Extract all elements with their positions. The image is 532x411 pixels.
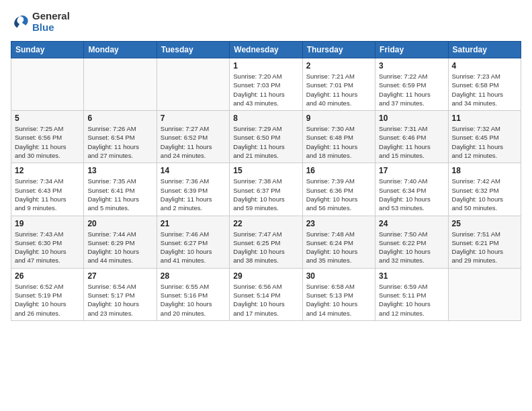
day-detail: Sunrise: 7:42 AM Sunset: 6:32 PM Dayligh… bbox=[452, 177, 517, 212]
day-detail: Sunrise: 7:36 AM Sunset: 6:39 PM Dayligh… bbox=[161, 177, 226, 212]
calendar-cell: 17Sunrise: 7:40 AM Sunset: 6:34 PM Dayli… bbox=[375, 163, 448, 216]
calendar-cell: 10Sunrise: 7:31 AM Sunset: 6:46 PM Dayli… bbox=[375, 111, 448, 163]
calendar-cell: 3Sunrise: 7:22 AM Sunset: 6:59 PM Daylig… bbox=[375, 58, 448, 111]
day-number: 5 bbox=[15, 113, 80, 123]
day-number: 14 bbox=[161, 166, 226, 175]
weekday-header: Thursday bbox=[302, 42, 375, 58]
day-number: 16 bbox=[306, 166, 371, 175]
day-number: 29 bbox=[233, 271, 298, 281]
calendar-week-row: 12Sunrise: 7:34 AM Sunset: 6:43 PM Dayli… bbox=[11, 163, 521, 216]
calendar-cell: 13Sunrise: 7:35 AM Sunset: 6:41 PM Dayli… bbox=[84, 163, 157, 216]
weekday-header-row: SundayMondayTuesdayWednesdayThursdayFrid… bbox=[11, 42, 521, 58]
day-number: 27 bbox=[87, 271, 152, 281]
day-number: 24 bbox=[379, 219, 444, 228]
calendar-cell: 19Sunrise: 7:43 AM Sunset: 6:30 PM Dayli… bbox=[11, 216, 84, 268]
calendar-week-row: 5Sunrise: 7:25 AM Sunset: 6:56 PM Daylig… bbox=[11, 111, 521, 163]
day-detail: Sunrise: 7:46 AM Sunset: 6:27 PM Dayligh… bbox=[161, 230, 226, 265]
calendar-cell: 9Sunrise: 7:30 AM Sunset: 6:48 PM Daylig… bbox=[302, 111, 375, 163]
calendar-cell: 4Sunrise: 7:23 AM Sunset: 6:58 PM Daylig… bbox=[448, 58, 521, 111]
day-detail: Sunrise: 7:51 AM Sunset: 6:21 PM Dayligh… bbox=[452, 230, 517, 265]
day-detail: Sunrise: 7:26 AM Sunset: 6:54 PM Dayligh… bbox=[87, 124, 152, 160]
day-number: 25 bbox=[452, 219, 517, 228]
calendar-cell: 28Sunrise: 6:55 AM Sunset: 5:16 PM Dayli… bbox=[157, 268, 229, 320]
day-number: 28 bbox=[161, 271, 226, 281]
calendar-cell: 22Sunrise: 7:47 AM Sunset: 6:25 PM Dayli… bbox=[230, 216, 302, 268]
day-detail: Sunrise: 6:59 AM Sunset: 5:11 PM Dayligh… bbox=[379, 282, 444, 318]
day-detail: Sunrise: 6:52 AM Sunset: 5:19 PM Dayligh… bbox=[15, 282, 80, 318]
day-number: 21 bbox=[161, 219, 226, 228]
weekday-header: Saturday bbox=[448, 42, 521, 58]
day-number: 4 bbox=[452, 61, 517, 71]
calendar-cell: 18Sunrise: 7:42 AM Sunset: 6:32 PM Dayli… bbox=[448, 163, 521, 216]
day-detail: Sunrise: 7:48 AM Sunset: 6:24 PM Dayligh… bbox=[306, 230, 371, 265]
weekday-header: Wednesday bbox=[230, 42, 302, 58]
day-detail: Sunrise: 7:40 AM Sunset: 6:34 PM Dayligh… bbox=[379, 177, 444, 212]
day-detail: Sunrise: 7:32 AM Sunset: 6:45 PM Dayligh… bbox=[452, 124, 517, 160]
day-number: 3 bbox=[379, 61, 444, 71]
calendar-cell: 27Sunrise: 6:54 AM Sunset: 5:17 PM Dayli… bbox=[84, 268, 157, 320]
day-number: 6 bbox=[87, 113, 152, 123]
day-detail: Sunrise: 7:50 AM Sunset: 6:22 PM Dayligh… bbox=[379, 230, 444, 265]
calendar-cell: 1Sunrise: 7:20 AM Sunset: 7:03 PM Daylig… bbox=[230, 58, 302, 111]
day-detail: Sunrise: 7:21 AM Sunset: 7:01 PM Dayligh… bbox=[306, 72, 371, 107]
calendar-cell bbox=[448, 268, 521, 320]
day-detail: Sunrise: 7:39 AM Sunset: 6:36 PM Dayligh… bbox=[306, 177, 371, 212]
calendar-week-row: 1Sunrise: 7:20 AM Sunset: 7:03 PM Daylig… bbox=[11, 58, 521, 111]
weekday-header: Friday bbox=[375, 42, 448, 58]
day-detail: Sunrise: 7:23 AM Sunset: 6:58 PM Dayligh… bbox=[452, 72, 517, 107]
day-number: 23 bbox=[306, 219, 371, 228]
day-detail: Sunrise: 7:38 AM Sunset: 6:37 PM Dayligh… bbox=[233, 177, 298, 212]
calendar-cell bbox=[84, 58, 157, 111]
day-detail: Sunrise: 7:47 AM Sunset: 6:25 PM Dayligh… bbox=[233, 230, 298, 265]
day-detail: Sunrise: 7:29 AM Sunset: 6:50 PM Dayligh… bbox=[233, 124, 298, 160]
day-detail: Sunrise: 7:30 AM Sunset: 6:48 PM Dayligh… bbox=[306, 124, 371, 160]
day-number: 2 bbox=[306, 61, 371, 71]
calendar-cell: 23Sunrise: 7:48 AM Sunset: 6:24 PM Dayli… bbox=[302, 216, 375, 268]
day-number: 11 bbox=[452, 113, 517, 123]
day-number: 8 bbox=[233, 113, 298, 123]
day-detail: Sunrise: 7:27 AM Sunset: 6:52 PM Dayligh… bbox=[161, 124, 226, 160]
calendar-cell: 2Sunrise: 7:21 AM Sunset: 7:01 PM Daylig… bbox=[302, 58, 375, 111]
calendar-table: SundayMondayTuesdayWednesdayThursdayFrid… bbox=[11, 41, 521, 321]
day-detail: Sunrise: 6:58 AM Sunset: 5:13 PM Dayligh… bbox=[306, 282, 371, 318]
logo-text: General Blue bbox=[32, 11, 70, 33]
day-number: 19 bbox=[15, 219, 80, 228]
day-number: 30 bbox=[306, 271, 371, 281]
calendar-cell: 30Sunrise: 6:58 AM Sunset: 5:13 PM Dayli… bbox=[302, 268, 375, 320]
day-number: 17 bbox=[379, 166, 444, 175]
page-header: General Blue bbox=[11, 11, 521, 33]
calendar-cell bbox=[11, 58, 84, 111]
calendar-cell: 11Sunrise: 7:32 AM Sunset: 6:45 PM Dayli… bbox=[448, 111, 521, 163]
weekday-header: Sunday bbox=[11, 42, 84, 58]
calendar-cell: 14Sunrise: 7:36 AM Sunset: 6:39 PM Dayli… bbox=[157, 163, 229, 216]
logo-icon bbox=[11, 13, 30, 32]
day-number: 10 bbox=[379, 113, 444, 123]
calendar-cell: 6Sunrise: 7:26 AM Sunset: 6:54 PM Daylig… bbox=[84, 111, 157, 163]
day-number: 12 bbox=[15, 166, 80, 175]
day-detail: Sunrise: 6:54 AM Sunset: 5:17 PM Dayligh… bbox=[87, 282, 152, 318]
day-number: 20 bbox=[87, 219, 152, 228]
calendar-cell: 29Sunrise: 6:56 AM Sunset: 5:14 PM Dayli… bbox=[230, 268, 302, 320]
day-detail: Sunrise: 7:20 AM Sunset: 7:03 PM Dayligh… bbox=[233, 72, 298, 107]
day-number: 7 bbox=[161, 113, 226, 123]
day-number: 9 bbox=[306, 113, 371, 123]
calendar-week-row: 26Sunrise: 6:52 AM Sunset: 5:19 PM Dayli… bbox=[11, 268, 521, 320]
calendar-cell: 8Sunrise: 7:29 AM Sunset: 6:50 PM Daylig… bbox=[230, 111, 302, 163]
day-number: 22 bbox=[233, 219, 298, 228]
day-detail: Sunrise: 7:34 AM Sunset: 6:43 PM Dayligh… bbox=[15, 177, 80, 212]
calendar-cell: 24Sunrise: 7:50 AM Sunset: 6:22 PM Dayli… bbox=[375, 216, 448, 268]
weekday-header: Monday bbox=[84, 42, 157, 58]
calendar-cell: 25Sunrise: 7:51 AM Sunset: 6:21 PM Dayli… bbox=[448, 216, 521, 268]
day-detail: Sunrise: 7:43 AM Sunset: 6:30 PM Dayligh… bbox=[15, 230, 80, 265]
logo: General Blue bbox=[11, 11, 70, 33]
day-number: 15 bbox=[233, 166, 298, 175]
day-number: 1 bbox=[233, 61, 298, 71]
day-detail: Sunrise: 6:56 AM Sunset: 5:14 PM Dayligh… bbox=[233, 282, 298, 318]
day-detail: Sunrise: 6:55 AM Sunset: 5:16 PM Dayligh… bbox=[161, 282, 226, 318]
day-number: 26 bbox=[15, 271, 80, 281]
calendar-cell bbox=[157, 58, 229, 111]
calendar-cell: 21Sunrise: 7:46 AM Sunset: 6:27 PM Dayli… bbox=[157, 216, 229, 268]
day-number: 13 bbox=[87, 166, 152, 175]
calendar-cell: 31Sunrise: 6:59 AM Sunset: 5:11 PM Dayli… bbox=[375, 268, 448, 320]
day-detail: Sunrise: 7:22 AM Sunset: 6:59 PM Dayligh… bbox=[379, 72, 444, 107]
